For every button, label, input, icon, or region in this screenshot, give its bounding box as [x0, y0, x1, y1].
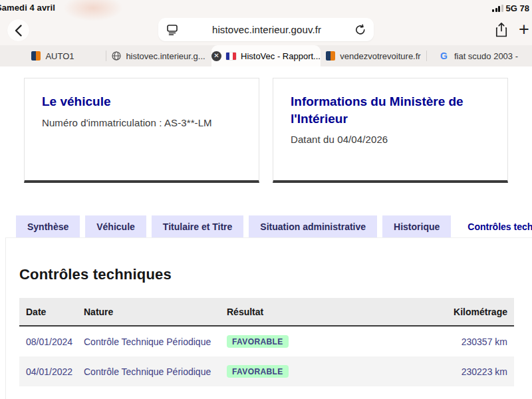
browser-tab-google-search[interactable]: G fiat scudo 2003 -: [426, 45, 532, 66]
status-bar-date: Samedi 4 avril: [0, 3, 55, 13]
chevron-left-icon: [15, 25, 22, 37]
auto1-favicon-icon: [31, 51, 41, 61]
new-tab-icon[interactable]: +: [519, 21, 529, 39]
histovec-page: Le véhicule Numéro d'immatriculation : A…: [0, 66, 532, 399]
toolbar-right: +: [495, 18, 532, 41]
cell-nature: Contrôle Technique Périodique: [84, 366, 227, 377]
tab-panel-controles-techniques: Contrôles techniques Date Nature Résulta…: [5, 237, 532, 399]
browser-tab-histovec-report-active[interactable]: ✕ HistoVec - Rapport...: [211, 45, 321, 66]
tab-strip: AUTO1 histovec.interieur.g... ✕ HistoVec…: [0, 45, 532, 66]
table-row: 04/01/2022 Contrôle Technique Périodique…: [19, 356, 514, 386]
summary-cards: Le véhicule Numéro d'immatriculation : A…: [24, 78, 508, 183]
tab-synthese[interactable]: Synthèse: [16, 215, 80, 237]
page-settings-icon[interactable]: [166, 25, 178, 35]
french-flag-favicon-icon: [226, 53, 236, 60]
cell-date: 08/01/2024: [19, 336, 84, 347]
browser-tab-histovec-home[interactable]: histovec.interieur.g...: [106, 45, 211, 66]
vehicle-card: Le véhicule Numéro d'immatriculation : A…: [24, 78, 259, 183]
header-nature: Nature: [84, 307, 227, 317]
status-badge-favorable: FAVORABLE: [227, 365, 289, 378]
table-header-row: Date Nature Résultat Kilométrage: [19, 298, 514, 327]
google-g-icon: G: [440, 51, 450, 61]
ministry-info-card: Informations du Ministère de l'Intérieur…: [273, 78, 508, 183]
report-tab-bar: Synthèse Véhicule Titulaire et Titre Sit…: [5, 215, 532, 237]
status-bar-right: 5G 78: [492, 2, 532, 14]
browser-tab-label: histovec.interieur.g...: [126, 51, 205, 61]
network-type-label: 5G 78: [506, 3, 529, 13]
section-title: Contrôles techniques: [19, 266, 532, 283]
tab-historique[interactable]: Historique: [382, 215, 451, 237]
browser-tab-label: HistoVec - Rapport...: [241, 51, 321, 61]
header-kilometrage: Kilométrage: [441, 307, 514, 317]
url-text[interactable]: histovec.interieur.gouv.fr: [178, 24, 355, 35]
close-tab-icon[interactable]: ✕: [211, 51, 221, 61]
cell-kilometrage: 230357 km: [441, 336, 514, 347]
reload-icon[interactable]: [355, 24, 366, 35]
status-badge-favorable: FAVORABLE: [227, 335, 289, 348]
browser-tab-auto1[interactable]: AUTO1: [0, 45, 106, 66]
url-bar[interactable]: histovec.interieur.gouv.fr: [158, 18, 374, 41]
vehicle-registration-number: Numéro d'immatriculation : AS-3**-LM: [42, 117, 241, 128]
cellular-signal-icon: [492, 5, 503, 12]
back-button[interactable]: [7, 19, 29, 41]
inspections-table: Date Nature Résultat Kilométrage 08/01/2…: [19, 298, 514, 386]
tab-titulaire-et-titre[interactable]: Titulaire et Titre: [152, 215, 244, 237]
globe-icon: [112, 51, 121, 61]
cell-resultat: FAVORABLE: [227, 365, 441, 378]
header-date: Date: [19, 307, 84, 317]
share-icon[interactable]: [495, 22, 508, 38]
browser-tab-vendezvotrevoiture[interactable]: vendezvotrevoiture.fr: [321, 45, 426, 66]
cell-date: 04/01/2022: [19, 366, 84, 377]
header-resultat: Résultat: [227, 307, 441, 317]
browser-tab-label: AUTO1: [45, 51, 74, 61]
background-blur: [63, 0, 123, 21]
table-row: 08/01/2024 Contrôle Technique Périodique…: [19, 327, 514, 356]
tab-vehicule[interactable]: Véhicule: [85, 215, 146, 237]
ministry-card-title: Informations du Ministère de l'Intérieur: [291, 93, 490, 127]
browser-tab-label: vendezvotrevoiture.fr: [340, 51, 420, 61]
cell-kilometrage: 230223 km: [441, 366, 514, 377]
vendez-favicon-icon: [326, 51, 335, 61]
tab-situation-administrative[interactable]: Situation administrative: [249, 215, 377, 237]
browser-tab-label: fiat scudo 2003 -: [454, 51, 518, 61]
vehicle-card-title: Le véhicule: [42, 93, 241, 110]
cell-nature: Contrôle Technique Périodique: [84, 336, 227, 347]
tab-controles-techniques[interactable]: Contrôles techniques: [456, 215, 532, 237]
cell-resultat: FAVORABLE: [227, 335, 441, 348]
ministry-card-date: Datant du 04/04/2026: [291, 134, 490, 145]
